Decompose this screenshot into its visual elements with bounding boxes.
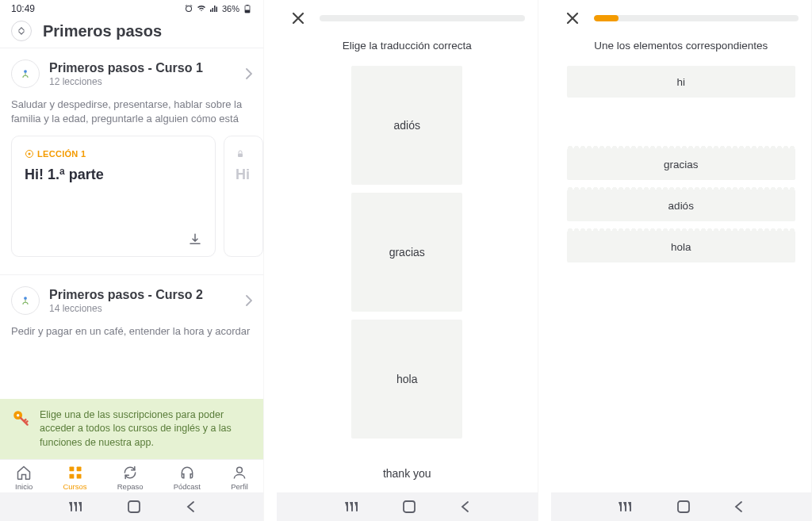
exercise-top-bar [551,0,812,33]
close-icon [291,11,305,25]
nav-cursos-label: Cursos [63,482,86,491]
close-button[interactable] [564,10,581,27]
option-text: adiós [394,119,420,132]
course-2-title: Primeros pasos - Curso 2 [49,288,236,302]
course-2-header[interactable]: Primeros pasos - Curso 2 14 lecciones [0,274,263,321]
nav-repaso-label: Repaso [117,482,144,491]
lesson-cards-row: LECCIÓN 1 Hi! 1.ª parte Hi [0,136,263,257]
svg-rect-11 [76,467,81,472]
android-recent[interactable] [345,501,359,512]
course-1-desc: Saludar y despedirse, presentarse, habla… [0,94,263,136]
android-nav-bar [0,492,263,521]
course-1-lessons: 12 lecciones [49,76,236,87]
lock-label [236,149,262,159]
svg-rect-2 [247,5,249,6]
course-1-header[interactable]: Primeros pasos - Curso 1 12 lecciones [0,48,263,94]
nav-inicio[interactable]: Inicio [15,465,33,491]
close-button[interactable] [289,10,307,27]
exercise-prompt: Une los elementos correspondientes [551,40,812,52]
android-back[interactable] [733,500,743,513]
nav-cursos[interactable]: Cursos [63,465,86,491]
refresh-icon [122,465,138,481]
battery-icon [243,4,252,13]
collapse-button[interactable] [11,21,32,41]
screen-translate-exercise: Elige la traducción correcta adiós graci… [277,0,538,521]
match-column: hi gracias adiós hola [551,66,812,262]
match-text: adiós [668,200,694,212]
svg-rect-6 [238,154,243,158]
android-recent[interactable] [619,501,633,512]
page-header: Primeros pasos [0,14,263,48]
subscription-banner[interactable]: Elige una de las suscripciones para pode… [0,399,263,460]
key-icon [11,408,32,429]
status-time: 10:49 [11,3,35,14]
svg-rect-1 [245,10,250,13]
lesson-card-2-peek[interactable]: Hi [224,136,263,257]
svg-rect-15 [128,501,140,512]
exercise-top-bar [277,0,538,33]
svg-rect-16 [404,501,415,512]
lock-icon [236,149,245,159]
close-icon [565,11,580,25]
lesson-card-1[interactable]: LECCIÓN 1 Hi! 1.ª parte [11,136,216,257]
nav-perfil[interactable]: Perfil [231,465,248,491]
svg-rect-17 [678,501,689,512]
plant-icon [11,286,40,315]
match-text: hola [671,241,691,253]
download-icon[interactable] [188,232,202,247]
screen-courses: 10:49 36% Primeros pasos Primeros pasos … [0,0,264,521]
match-source[interactable]: hi [567,66,796,98]
svg-point-9 [17,413,19,416]
android-status-bar: 10:49 36% [0,0,263,14]
android-back[interactable] [460,500,469,513]
nav-repaso[interactable]: Repaso [117,465,144,491]
match-option-1[interactable]: gracias [567,148,796,180]
android-home[interactable] [128,500,140,513]
match-option-3[interactable]: hola [567,231,796,262]
nav-podcast[interactable]: Pódcast [174,465,201,491]
chevron-right-icon [246,68,252,79]
android-nav-bar [277,492,538,521]
exercise-prompt: Elige la traducción correcta [277,40,538,52]
option-text: hola [396,373,417,385]
android-home[interactable] [677,500,690,513]
plant-icon [11,59,40,88]
status-battery: 36% [222,4,239,13]
alarm-icon [184,4,193,13]
progress-bar [320,15,525,21]
home-icon [16,465,32,481]
lesson-card-title: Hi! 1.ª parte [25,167,202,183]
svg-point-7 [24,297,27,301]
android-recent[interactable] [69,501,83,512]
match-option-2[interactable]: adiós [567,190,796,221]
course-2-lessons: 14 lecciones [49,303,236,314]
match-text: hi [676,76,685,88]
android-home[interactable] [403,500,416,513]
course-1-title: Primeros pasos - Curso 1 [49,61,236,75]
lesson-label-text: LECCIÓN 1 [37,149,86,159]
chevron-right-icon [246,295,252,306]
svg-rect-13 [76,474,81,479]
headphones-icon [179,465,195,481]
subscription-text: Elige una de las suscripciones para pode… [40,408,252,450]
chevron-down-icon [18,31,25,35]
wifi-icon [197,4,206,13]
lesson-peek-title: Hi [236,167,262,183]
bottom-nav: Inicio Cursos Repaso Pódcast Perfil [0,459,263,492]
profile-icon [232,465,247,481]
svg-rect-12 [69,474,74,479]
android-nav-bar [551,492,812,521]
signal-icon [209,4,219,13]
page-title: Primeros pasos [43,22,162,40]
option-text: gracias [389,246,425,259]
progress-bar [594,15,799,21]
option-card-3[interactable]: hola [351,320,462,439]
android-back[interactable] [186,500,195,513]
match-text: gracias [664,159,699,170]
options-grid: adiós gracias hola [277,66,538,439]
course-2-desc: Pedir y pagar en un café, entender la ho… [0,321,263,348]
progress-fill [594,15,619,21]
answer-word: thank you [277,467,538,480]
option-card-1[interactable]: adiós [351,66,462,185]
option-card-2[interactable]: gracias [351,193,462,312]
